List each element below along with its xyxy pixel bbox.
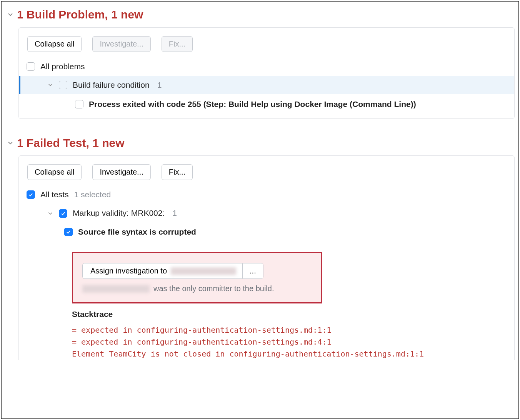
chevron-down-icon: [47, 82, 53, 88]
failed-tests-header[interactable]: 1 Failed Test, 1 new: [2, 132, 518, 156]
problem-group-label: Build failure condition: [73, 80, 150, 90]
stack-line: = expected in configuring-authentication…: [72, 325, 331, 335]
failed-tests-panel: Collapse all Investigate... Fix... All t…: [18, 155, 515, 360]
all-tests-label: All tests: [40, 189, 69, 200]
collapse-all-button[interactable]: Collapse all: [27, 164, 82, 180]
stack-line: = expected in configuring-authentication…: [72, 337, 331, 347]
investigate-button: Investigate...: [92, 36, 150, 52]
problem-group-count: 1: [157, 80, 162, 90]
all-tests-checkbox[interactable]: [27, 190, 35, 199]
tests-toolbar: Collapse all Investigate... Fix...: [19, 156, 514, 185]
problem-group-row[interactable]: Build failure condition 1: [19, 76, 514, 94]
test-group-checkbox[interactable]: [59, 209, 67, 218]
all-problems-row[interactable]: All problems: [19, 57, 514, 76]
problems-toolbar: Collapse all Investigate... Fix...: [19, 28, 514, 57]
test-group-label: Markup validity: MRK002:: [73, 208, 165, 218]
test-group-row[interactable]: Markup validity: MRK002: 1: [19, 204, 514, 222]
build-problems-header[interactable]: 1 Build Problem, 1 new: [2, 4, 518, 27]
assignee-redacted: [171, 267, 236, 275]
stacktrace-output: = expected in configuring-authentication…: [72, 324, 506, 360]
chevron-down-icon: [7, 140, 14, 147]
assign-highlight: Assign investigation to ... was the only…: [72, 252, 322, 303]
test-item-row[interactable]: Source file syntax is corrupted: [19, 223, 514, 241]
assign-investigation-button[interactable]: Assign investigation to: [82, 263, 242, 279]
problem-item-label: Process exited with code 255 (Step: Buil…: [89, 99, 416, 110]
build-problems-panel: Collapse all Investigate... Fix... All p…: [18, 27, 515, 119]
all-tests-row[interactable]: All tests 1 selected: [19, 185, 514, 204]
committer-redacted: [82, 285, 150, 293]
test-group-count: 1: [172, 208, 177, 218]
test-item-label: Source file syntax is corrupted: [78, 227, 196, 237]
fix-button[interactable]: Fix...: [162, 164, 193, 180]
assign-more-button[interactable]: ...: [242, 263, 263, 279]
committer-suffix: was the only committer to the build.: [153, 283, 274, 294]
collapse-all-button[interactable]: Collapse all: [27, 36, 82, 52]
problem-item-checkbox[interactable]: [75, 100, 83, 108]
assign-row: Assign investigation to ...: [82, 263, 312, 279]
all-problems-label: All problems: [40, 61, 85, 72]
chevron-down-icon: [47, 210, 53, 217]
stack-line: Element TeamCity is not closed in config…: [72, 349, 424, 358]
problem-item-row[interactable]: Process exited with code 255 (Step: Buil…: [19, 94, 514, 118]
failed-tests-title: 1 Failed Test, 1 new: [17, 135, 125, 151]
test-item-checkbox[interactable]: [64, 228, 73, 236]
results-frame: 1 Build Problem, 1 new Collapse all Inve…: [1, 1, 519, 419]
assign-prefix: Assign investigation to: [90, 267, 167, 275]
all-problems-checkbox[interactable]: [27, 62, 35, 71]
investigate-button[interactable]: Investigate...: [92, 164, 150, 180]
fix-button: Fix...: [162, 36, 193, 52]
test-detail: Assign investigation to ... was the only…: [19, 241, 514, 360]
stacktrace-title: Stacktrace: [72, 309, 506, 320]
committer-note: was the only committer to the build.: [82, 283, 312, 294]
chevron-down-icon: [7, 11, 14, 18]
build-problems-title: 1 Build Problem, 1 new: [17, 7, 143, 23]
all-tests-selected: 1 selected: [74, 189, 111, 200]
problem-group-checkbox[interactable]: [59, 81, 67, 89]
